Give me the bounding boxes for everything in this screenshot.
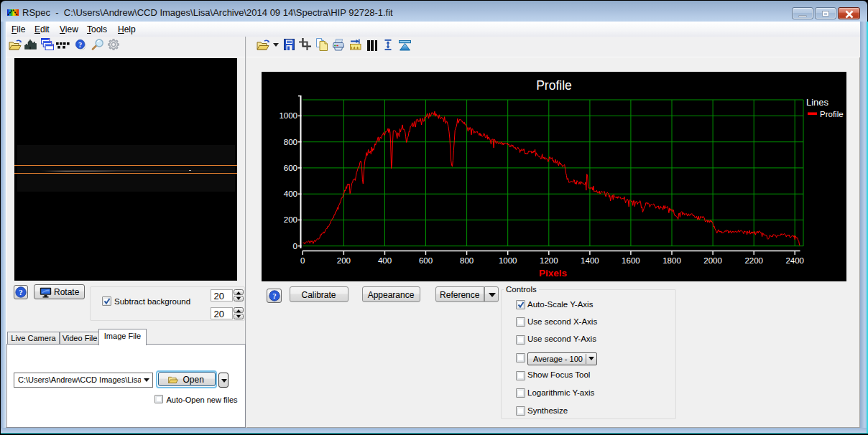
svg-text:600: 600 [419, 256, 433, 265]
svg-text:200: 200 [337, 256, 351, 265]
svg-text:1400: 1400 [581, 256, 599, 265]
svg-text:0: 0 [300, 256, 305, 265]
svg-text:Profile: Profile [536, 78, 572, 93]
svg-text:1600: 1600 [622, 256, 640, 265]
svg-text:2000: 2000 [703, 256, 722, 265]
svg-text:600: 600 [284, 164, 297, 172]
svg-text:1800: 1800 [662, 256, 681, 265]
svg-text:1000: 1000 [279, 111, 297, 120]
svg-text:200: 200 [284, 215, 297, 224]
svg-text:Profile: Profile [820, 110, 844, 118]
svg-text:?: ? [272, 291, 276, 300]
svg-text:Pixels: Pixels [539, 268, 567, 279]
svg-text:0: 0 [293, 242, 297, 251]
svg-text:1000: 1000 [499, 256, 517, 265]
svg-text:400: 400 [378, 256, 392, 265]
svg-text:2200: 2200 [744, 256, 763, 265]
svg-text:Lines: Lines [806, 97, 829, 108]
svg-text:800: 800 [284, 138, 297, 146]
svg-text:1200: 1200 [540, 256, 558, 265]
svg-text:?: ? [19, 288, 22, 296]
svg-text:?: ? [78, 41, 82, 49]
svg-text:400: 400 [284, 190, 297, 198]
svg-text:2400: 2400 [785, 256, 804, 265]
svg-text:800: 800 [460, 256, 474, 265]
